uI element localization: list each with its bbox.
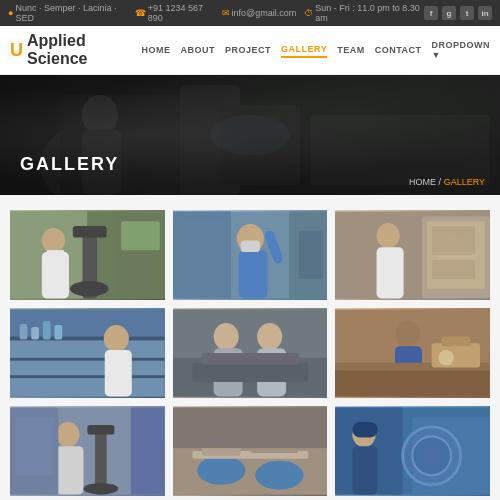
logo-icon: U [10,40,23,61]
gallery-item-2[interactable] [173,210,328,300]
gallery-item-8[interactable] [173,406,328,496]
svg-rect-70 [87,425,114,435]
googleplus-icon[interactable]: g [442,6,456,20]
svg-rect-46 [54,325,62,339]
email: ✉ info@gmail.com [222,8,297,18]
svg-rect-73 [131,408,165,495]
svg-point-8 [210,115,290,155]
svg-point-12 [42,228,65,253]
address: ● Nunc · Semper · Lacinia · SED [8,3,127,23]
svg-point-47 [104,325,129,352]
svg-rect-7 [310,115,490,185]
nav-home[interactable]: HOME [141,43,170,57]
logo-text: Applied Science [27,32,141,68]
photo-8-image [173,406,328,496]
hero-title: GALLERY [20,154,119,175]
photo-6-image [335,308,490,398]
svg-point-89 [422,446,441,465]
svg-rect-28 [298,231,322,279]
svg-point-52 [213,323,238,350]
svg-rect-42 [10,375,165,378]
svg-rect-64 [442,337,471,347]
gallery-item-3[interactable] [335,210,490,300]
map-icon: ● [8,8,13,18]
svg-point-3 [82,95,118,135]
nav-project[interactable]: PROJECT [225,43,271,57]
svg-rect-31 [377,247,404,298]
nav-team[interactable]: TEAM [337,43,365,57]
phone: ☎ +91 1234 567 890 [135,3,214,23]
main-nav: HOME ABOUT PROJECT GALLERY TEAM CONTACT … [141,38,490,62]
top-bar: ● Nunc · Semper · Lacinia · SED ☎ +91 12… [0,0,500,26]
svg-rect-35 [432,226,476,255]
nav-about[interactable]: ABOUT [180,43,215,57]
svg-rect-41 [10,358,165,361]
svg-rect-61 [335,368,490,397]
nav-contact[interactable]: CONTACT [375,43,422,57]
photo-4-image [10,308,165,398]
svg-point-54 [257,323,282,350]
svg-rect-39 [10,339,165,397]
breadcrumb-current: GALLERY [444,177,485,187]
hero-banner: GALLERY HOME / GALLERY [0,75,500,195]
breadcrumb: HOME / GALLERY [409,177,485,187]
photo-3-image [335,210,490,300]
gallery-section [0,195,500,500]
svg-rect-22 [238,250,267,298]
svg-point-71 [83,483,118,495]
svg-rect-91 [353,446,378,494]
facebook-icon[interactable]: f [424,6,438,20]
gallery-item-9[interactable] [335,406,490,496]
svg-rect-56 [192,363,308,382]
social-icons: f g t in [424,6,492,20]
gallery-grid [10,210,490,496]
hours: ⏱ Sun - Fri : 11.0 pm to 8.30 am [304,3,424,23]
svg-rect-27 [177,221,225,289]
svg-point-17 [70,281,109,296]
phone-icon: ☎ [135,8,146,18]
svg-rect-43 [20,324,28,339]
photo-9-image [335,406,490,496]
gallery-item-4[interactable] [10,308,165,398]
linkedin-icon[interactable]: in [478,6,492,20]
svg-rect-44 [31,327,39,340]
photo-7-image [10,406,165,496]
email-icon: ✉ [222,8,230,18]
svg-rect-74 [15,417,54,475]
top-bar-left: ● Nunc · Semper · Lacinia · SED ☎ +91 12… [8,3,424,23]
gallery-item-6[interactable] [335,308,490,398]
logo[interactable]: U Applied Science [10,32,141,68]
svg-rect-45 [43,321,51,339]
svg-rect-68 [56,446,83,494]
photo-2-image [173,210,328,300]
svg-point-59 [395,320,420,347]
nav-gallery[interactable]: GALLERY [281,42,327,58]
breadcrumb-separator: / [439,177,442,187]
svg-rect-19 [121,221,160,250]
svg-point-65 [439,350,454,365]
twitter-icon[interactable]: t [460,6,474,20]
clock-icon: ⏱ [304,8,313,18]
svg-rect-92 [353,422,378,437]
nav-dropdown[interactable]: DROPDOWN ▼ [432,38,491,62]
photo-1-image [10,210,165,300]
svg-point-77 [197,456,245,485]
svg-rect-16 [73,226,107,238]
svg-point-67 [56,422,79,447]
gallery-item-7[interactable] [10,406,165,496]
svg-rect-48 [105,350,132,396]
svg-rect-57 [202,353,299,365]
photo-5-image [173,308,328,398]
svg-point-78 [255,461,303,490]
header: U Applied Science HOME ABOUT PROJECT GAL… [0,26,500,75]
svg-rect-82 [173,407,328,448]
svg-rect-14 [47,250,64,260]
svg-rect-36 [432,260,476,279]
gallery-item-1[interactable] [10,210,165,300]
svg-point-30 [377,223,400,248]
breadcrumb-home: HOME [409,177,436,187]
svg-rect-23 [240,240,259,252]
gallery-item-5[interactable] [173,308,328,398]
